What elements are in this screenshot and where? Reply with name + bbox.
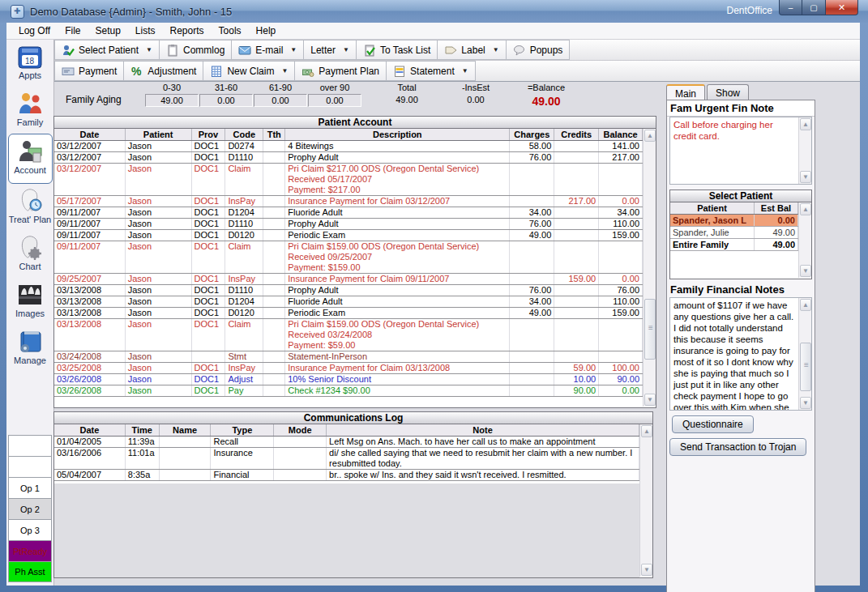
- popups-button[interactable]: Popups: [507, 40, 571, 60]
- table-row[interactable]: 03/13/2008JasonDOC1D0120Periodic Exam49.…: [54, 308, 643, 319]
- table-row[interactable]: 09/11/2007JasonDOC1D0120Periodic Exam49.…: [54, 230, 643, 241]
- chevron-down-icon[interactable]: ▼: [490, 46, 499, 53]
- scroll-up-icon[interactable]: ▲: [800, 203, 811, 215]
- scroll-down-icon[interactable]: ▼: [800, 265, 811, 277]
- maximize-button[interactable]: ▢: [802, 0, 825, 15]
- table-row[interactable]: 05/17/2007JasonDOC1InsPayInsurance Payme…: [54, 196, 643, 207]
- sidebar-item-account[interactable]: Account: [8, 134, 53, 184]
- close-button[interactable]: ✕: [825, 0, 858, 15]
- letter-button[interactable]: Letter▼: [304, 40, 357, 60]
- sidebar-item-appts[interactable]: 18Appts: [8, 40, 53, 87]
- table-row[interactable]: 05/04/20078:35aFinancialbr.. spoke w/ In…: [54, 470, 639, 481]
- table-row[interactable]: 01/04/200511:39aRecallLeft Msg on Ans. M…: [54, 437, 639, 448]
- scroll-down-icon[interactable]: ▼: [644, 394, 656, 406]
- table-row[interactable]: 03/12/2007JasonDOC1D1110Prophy Adult76.0…: [54, 152, 643, 164]
- table-row[interactable]: 03/16/200611:01aInsurancedi/ she called …: [54, 448, 639, 470]
- urgent-note-box[interactable]: Call before charging her credit card. ▲ …: [669, 117, 812, 185]
- sidebar-item-chart[interactable]: Chart: [8, 231, 53, 278]
- commlog-scrollbar[interactable]: ▲ ▼: [639, 424, 652, 577]
- e-mail-button[interactable]: E-mail▼: [232, 40, 304, 60]
- table-row[interactable]: 03/13/2008JasonDOC1ClaimPri Claim $159.0…: [54, 319, 643, 351]
- payment-button[interactable]: Payment: [54, 61, 124, 81]
- scroll-down-icon[interactable]: ▼: [800, 397, 811, 409]
- scroll-up-icon[interactable]: ▲: [641, 425, 652, 437]
- chevron-down-icon[interactable]: ▼: [340, 46, 349, 53]
- table-row[interactable]: 03/13/2008JasonDOC1D1110Prophy Adult76.0…: [54, 285, 643, 296]
- cell-desc: Periodic Exam: [285, 230, 510, 241]
- chevron-down-icon[interactable]: ▼: [143, 46, 152, 53]
- op-cell-op-1[interactable]: Op 1: [8, 477, 52, 498]
- op-cell-op-2[interactable]: Op 2: [8, 498, 52, 519]
- sidebar-item-manage[interactable]: Manage: [8, 325, 53, 372]
- minimize-button[interactable]: –: [779, 0, 802, 15]
- sidebar-item-family[interactable]: Family: [8, 87, 53, 134]
- op-cell-op-3[interactable]: Op 3: [8, 519, 52, 540]
- chevron-down-icon[interactable]: ▼: [459, 67, 468, 75]
- family-notes-box[interactable]: amount of $1107 if we have any questions…: [669, 297, 812, 411]
- payment-plan-button[interactable]: Payment Plan: [295, 61, 387, 81]
- tab-main[interactable]: Main: [666, 84, 705, 101]
- tag-icon: [444, 44, 457, 57]
- family-notes-scrollbar[interactable]: ▲ ▼: [798, 298, 811, 410]
- table-row[interactable]: 03/24/2008JasonStmtStatement-InPerson: [54, 351, 643, 363]
- cell-balance: 0.00: [599, 385, 643, 396]
- questionnaire-button[interactable]: Questionnaire: [672, 415, 754, 433]
- chevron-down-icon[interactable]: ▼: [278, 67, 288, 75]
- menu-item-reports[interactable]: Reports: [163, 23, 212, 38]
- menu-item-tools[interactable]: Tools: [212, 23, 249, 38]
- sidebar-item-treat-plan[interactable]: Treat' Plan: [8, 184, 53, 231]
- chevron-down-icon[interactable]: ▼: [287, 46, 297, 53]
- scroll-up-icon[interactable]: ▲: [644, 130, 656, 142]
- cell-charges: [510, 164, 554, 195]
- to-task-list-button[interactable]: To Task List: [357, 40, 438, 60]
- statement-button[interactable]: Statement▼: [387, 61, 476, 81]
- family-notes-title: Family Financial Notes: [667, 279, 815, 297]
- table-row[interactable]: 03/25/2008JasonDOC1InsPayInsurance Payme…: [54, 363, 643, 374]
- adjustment-button[interactable]: %Adjustment: [124, 61, 203, 81]
- patient-row[interactable]: Spander, Jason L0.00: [670, 215, 798, 227]
- op-cell-empty[interactable]: [8, 435, 52, 456]
- patient-row[interactable]: Entire Family49.00: [670, 239, 798, 251]
- tab-show[interactable]: Show: [707, 84, 749, 101]
- menu-item-file[interactable]: File: [58, 23, 88, 38]
- column-header: Description: [285, 129, 510, 140]
- label-button[interactable]: Label▼: [438, 40, 506, 60]
- send-trojan-button[interactable]: Send Transaction to Trojan: [669, 438, 806, 456]
- aging-col-value: 0.00: [199, 94, 253, 107]
- table-row[interactable]: 09/11/2007JasonDOC1D1204Fluoride Adult34…: [54, 207, 643, 219]
- account-scrollbar[interactable]: ▲ ▼: [643, 129, 656, 407]
- table-row[interactable]: 09/11/2007JasonDOC1ClaimPri Claim $159.0…: [54, 241, 643, 274]
- table-row[interactable]: 09/25/2007JasonDOC1InsPayInsurance Payme…: [54, 274, 643, 285]
- table-row[interactable]: 03/12/2007JasonDOC1ClaimPri Claim $217.0…: [54, 164, 643, 196]
- table-row[interactable]: 03/12/2007JasonDOC1D02744 Bitewings58.00…: [54, 141, 643, 152]
- table-row[interactable]: 09/11/2007JasonDOC1D1110Prophy Adult76.0…: [54, 219, 643, 230]
- patient-row[interactable]: Spander, Julie49.00: [670, 227, 798, 239]
- select-patient-scrollbar[interactable]: ▲ ▼: [798, 202, 811, 278]
- cell-type: Financial: [211, 470, 274, 480]
- table-row[interactable]: 03/26/2008JasonDOC1PayCheck #1234 $90.00…: [54, 385, 643, 397]
- new-claim-button[interactable]: New Claim▼: [203, 61, 295, 81]
- menu-item-log-off[interactable]: Log Off: [11, 23, 58, 38]
- op-cell-ptready[interactable]: PtReady: [8, 540, 52, 561]
- menu-item-help[interactable]: Help: [249, 23, 284, 38]
- select-patient-button[interactable]: Select Patient▼: [54, 40, 160, 60]
- svg-text:18: 18: [25, 57, 35, 66]
- op-cell-empty[interactable]: [8, 456, 52, 477]
- sidebar-item-images[interactable]: Images: [8, 278, 53, 325]
- account-icon: [16, 138, 44, 164]
- cell-date: 03/12/2007: [54, 141, 126, 151]
- table-row[interactable]: 03/13/2008JasonDOC1D1204Fluoride Adult34…: [54, 296, 643, 308]
- scroll-down-icon[interactable]: ▼: [800, 171, 811, 183]
- commlog-button[interactable]: Commlog: [160, 40, 232, 60]
- menu-item-setup[interactable]: Setup: [88, 23, 127, 38]
- scrollbar-thumb[interactable]: [644, 299, 656, 360]
- op-cell-ph-asst[interactable]: Ph Asst: [8, 561, 52, 582]
- scroll-up-icon[interactable]: ▲: [800, 299, 811, 311]
- scroll-up-icon[interactable]: ▲: [800, 118, 811, 130]
- menu-item-lists[interactable]: Lists: [128, 23, 163, 38]
- urgent-note-scrollbar[interactable]: ▲ ▼: [798, 117, 811, 184]
- table-row[interactable]: 03/26/2008JasonDOC1Adjust10% Senior Disc…: [54, 374, 643, 385]
- scrollbar-thumb[interactable]: [800, 343, 811, 391]
- aging-balance: =Balance 49.00: [510, 83, 583, 108]
- scroll-down-icon[interactable]: ▼: [641, 564, 652, 576]
